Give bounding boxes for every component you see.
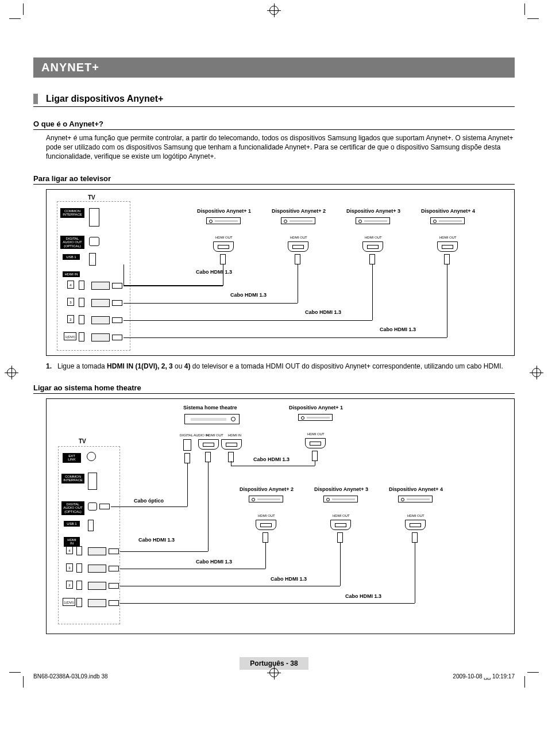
cable-line [120, 551, 208, 552]
hdmi-slot-icon [88, 582, 106, 590]
cable-line [447, 264, 447, 337]
tv-label: TV [79, 438, 86, 444]
hdmi-out-label: HDMI OUT [365, 236, 382, 239]
cable-plug-icon [112, 300, 122, 306]
section-heading-text: Ligar dispositivos Anynet+ [46, 94, 163, 104]
cable-plug-icon [220, 254, 226, 264]
page: ANYNET+ Ligar dispositivos Anynet+ O que… [0, 0, 548, 691]
cable-line [265, 543, 266, 569]
crop-mark-icon [23, 676, 24, 688]
cable-line [124, 264, 223, 286]
hdmi-port-icon [79, 332, 84, 341]
hdmi-port-icon [76, 581, 82, 590]
home-theatre-icon [184, 414, 240, 424]
hdmi-out-port-icon [213, 241, 234, 252]
crop-mark-icon [527, 18, 539, 19]
crop-mark-icon [524, 3, 525, 15]
cable-plug-icon [184, 453, 190, 463]
crop-mark-icon [524, 676, 525, 688]
cable-line [223, 264, 223, 286]
subheading-home-theatre: Ligar ao sistema home theatre [33, 383, 515, 394]
intro-paragraph: Anynet+ é uma função que permite control… [46, 133, 515, 162]
cable-line [298, 264, 298, 303]
cable-line [315, 461, 315, 466]
hdmi-num: 1(DVI) [63, 598, 75, 606]
port-label-usb: USB 1 [63, 254, 80, 260]
device-icon [249, 496, 283, 502]
ht-hdmi-out-label: HDMI OUT [206, 433, 223, 437]
cable-plug-icon [109, 548, 119, 554]
diagram-connect-tv: TV COMMON INTERFACE DIGITAL AUDIO OUT (O… [46, 189, 515, 356]
registration-mark-icon [532, 368, 541, 377]
hdmi-slot-icon [91, 316, 110, 324]
cable-line [111, 506, 187, 507]
ht-hdmi-in-label: HDMI IN [228, 433, 241, 437]
ext-port-icon [87, 452, 96, 461]
step-text-part: do televisor e a tomada HDMI OUT do disp… [190, 362, 503, 370]
crop-mark-icon [527, 672, 539, 673]
chapter-banner: ANYNET+ [33, 57, 515, 78]
cable-plug-icon [295, 254, 300, 264]
crop-mark-icon [9, 672, 21, 673]
ht-hdmi-out-port-icon [198, 439, 219, 450]
hdmi-slot-icon [91, 333, 110, 341]
optical-port-icon [89, 237, 99, 246]
common-interface-port-icon [89, 208, 99, 227]
cable-label: Cabo HDMI 1.3 [230, 292, 267, 298]
cable-line [415, 543, 415, 603]
cable-plug-icon [444, 254, 450, 264]
print-meta-right: 2009-10-08 ␣␣ 10:19:17 [453, 673, 515, 680]
device-label: Dispositivo Anynet+ 2 [240, 486, 294, 492]
hdmi-num: 4 [67, 281, 74, 289]
hdmi-out-label: HDMI OUT [333, 514, 350, 517]
cable-plug-icon [109, 600, 119, 606]
cable-line [124, 320, 372, 321]
crop-mark-icon [9, 18, 21, 19]
registration-mark-icon [269, 6, 279, 15]
port-label-ext: EXT LINK [63, 453, 81, 463]
hdmi-num: 4 [66, 546, 73, 554]
port-label-audio: DIGITAL AUDIO OUT (OPTICAL) [60, 236, 84, 250]
diagram-home-theatre: Sistema home theatre DIGITAL AUDIO IN HD… [46, 398, 515, 634]
port-label-common: COMMON INTERFACE [61, 474, 84, 483]
cable-label: Cabo HDMI 1.3 [271, 576, 307, 582]
hdmi-port-icon [76, 598, 82, 607]
usb-port-icon [88, 520, 94, 531]
hdmi-num: 2 [67, 315, 74, 323]
cable-label: Cabo HDMI 1.3 [253, 456, 290, 462]
device-icon [398, 496, 433, 502]
device-icon [356, 217, 390, 224]
port-label-hdmi-in: HDMI IN [63, 271, 80, 278]
hdmi-slot-icon [88, 599, 106, 607]
hdmi-slot-icon [88, 565, 106, 573]
device-icon [430, 217, 465, 224]
step-text-part: Ligue a tomada [57, 362, 107, 370]
cable-plug-icon [337, 532, 343, 543]
banner-text: ANYNET+ [41, 61, 99, 74]
print-meta-left: BN68-02388A-03L09.indb 38 [33, 673, 108, 680]
device-label: Dispositivo Anynet+ 1 [289, 405, 343, 410]
heading-bar-icon [33, 94, 38, 104]
hdmi-port-icon [79, 315, 84, 324]
common-interface-port-icon [88, 473, 97, 490]
cable-line [231, 466, 315, 466]
device-label: Dispositivo Anynet+ 4 [421, 208, 475, 214]
device-label: Dispositivo Anynet+ 1 [197, 208, 251, 214]
hdmi-num: 2 [66, 581, 73, 589]
hdmi-out-label: HDMI OUT [407, 514, 424, 517]
hdmi-port-icon [79, 298, 84, 307]
cable-line [124, 337, 447, 338]
step-text-part: ou [173, 362, 184, 370]
cable-line [120, 603, 415, 604]
hdmi-num: 1(DVI) [64, 332, 76, 340]
optical-cable-label: Cabo óptico [134, 498, 164, 504]
hdmi-slot-icon [91, 282, 110, 290]
cable-plug-icon [109, 566, 119, 571]
step-text: Ligue a tomada HDMI IN (1(DVI), 2, 3 ou … [57, 362, 515, 371]
registration-mark-icon [269, 668, 279, 677]
cable-label: Cabo HDMI 1.3 [345, 593, 381, 599]
cable-label: Cabo HDMI 1.3 [305, 309, 341, 315]
port-label-audio: DIGITAL AUDIO OUT (OPTICAL) [61, 501, 84, 515]
hdmi-out-port-icon [288, 241, 308, 252]
hdmi-out-label: HDMI OUT [290, 236, 307, 239]
